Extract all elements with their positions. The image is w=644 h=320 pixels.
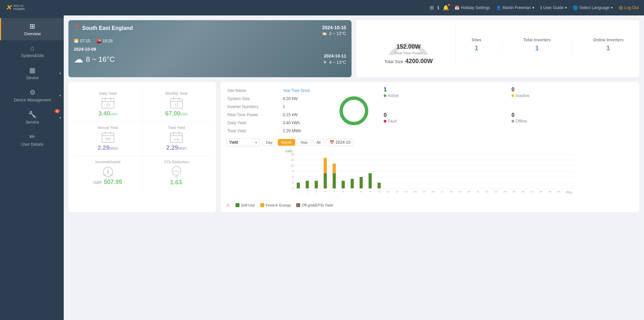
- weather-main-date: 2024-10-10: [322, 25, 346, 30]
- bar-chart-svg: kWh 18 15 12 9 6: [226, 149, 634, 199]
- sunset-time: 🌇 18:26: [96, 39, 113, 43]
- month-btn[interactable]: Month: [278, 139, 296, 146]
- inverter-numbers-label: Inverter Numbers: [226, 103, 281, 111]
- grid-icon[interactable]: ⊞: [430, 5, 434, 11]
- total-yield-detail-label: Total Yield: [226, 127, 281, 135]
- svg-rect-53: [342, 181, 345, 188]
- device-mgmt-chevron-icon: ▾: [59, 94, 61, 97]
- user-details-icon: ✏: [30, 133, 35, 141]
- select-language-button[interactable]: 🌐 Select Language ▾: [573, 5, 613, 10]
- year-btn[interactable]: Year: [297, 139, 311, 146]
- user-menu-button[interactable]: 👤 Martin Freeman ▾: [496, 5, 534, 10]
- svg-text:21: 21: [476, 190, 479, 193]
- svg-text:2: 2: [307, 190, 308, 193]
- svg-text:365: 365: [105, 137, 111, 141]
- sidebar-item-device-management[interactable]: ⚙ Device Management ▾: [0, 84, 64, 106]
- inactive-dot: [512, 94, 514, 97]
- svg-text:24: 24: [503, 190, 506, 193]
- svg-rect-61: [378, 183, 381, 188]
- co2-label: CO₂ Reduction: [148, 160, 205, 164]
- all-btn[interactable]: All: [313, 139, 324, 146]
- svg-text:22: 22: [485, 190, 488, 193]
- bottom-row: Daily Yield 30 3.40kWh: [68, 82, 639, 212]
- notification-dot: [448, 4, 450, 6]
- offline-status-item: Offline: [512, 119, 634, 124]
- gauge-center-text: 152.00W Real Time Power: [382, 43, 435, 55]
- svg-text:3: 3: [316, 190, 317, 193]
- sidebar-item-service[interactable]: 🔧 Service 8 ▾: [0, 106, 64, 129]
- service-badge: 8: [55, 109, 60, 113]
- yield-select-wrap: Yield: [226, 138, 260, 146]
- svg-rect-47: [324, 173, 327, 188]
- total-yield-detail-value: 2.29 MWh: [281, 127, 327, 135]
- gauge-value: 152.00W: [382, 43, 435, 50]
- svg-rect-57: [360, 177, 363, 188]
- svg-text:18: 18: [290, 152, 294, 156]
- total-yield-label: Total Yield: [148, 126, 205, 130]
- logo: ✕ SOLAX POWER: [5, 3, 25, 12]
- svg-rect-51: [333, 164, 336, 173]
- main-content: 📍 South East England 2024-10-10 ⛅ 2 ~ 12…: [64, 15, 644, 320]
- logo-text: SOLAX POWER: [13, 4, 25, 11]
- active-dot: [384, 94, 386, 97]
- chart-time-buttons: Day Month Year All: [262, 139, 324, 146]
- site-status-grid: 1 Active 0 Inactive 0: [381, 87, 634, 135]
- weather-main-date-area: 2024-10-10 ⛅ 2 ~ 12°C: [322, 25, 346, 36]
- annual-yield-item: Annual Yield 365 2.29MWh: [74, 122, 142, 156]
- real-time-power-label: Real Time Power: [226, 111, 281, 119]
- system-size-value: 4.20 kW: [281, 95, 327, 103]
- day-btn[interactable]: Day: [262, 139, 276, 146]
- sidebar-item-user-details[interactable]: ✏ User Details: [0, 129, 64, 151]
- info-icon[interactable]: ℹ: [437, 5, 439, 11]
- logout-button[interactable]: ⏻ Log Out: [619, 5, 639, 10]
- svg-text:30: 30: [557, 190, 560, 193]
- svg-rect-55: [351, 179, 354, 188]
- yield-select[interactable]: Yield: [226, 138, 260, 146]
- site-name-link[interactable]: Yew Tree Drive: [283, 88, 310, 93]
- power-top: 152.00W Real Time Power Total Size 4200.…: [362, 25, 634, 65]
- system-site-icon: ⌂: [30, 44, 34, 52]
- topnav: ✕ SOLAX POWER ⊞ ℹ 🔔 📅 Holiday Settings 👤…: [0, 0, 644, 15]
- total-yield-item: Total Yield total 2.29MWh: [142, 122, 211, 156]
- bell-icon[interactable]: 🔔: [443, 5, 449, 11]
- fault-dot: [384, 120, 386, 123]
- sidebar-item-system-site[interactable]: ⌂ System&Site: [0, 40, 64, 62]
- legend-offgrid: Off-grid(EPS) Yield: [296, 203, 333, 207]
- next-weather-info: ☀ 4 ~ 13°C: [323, 60, 346, 65]
- svg-text:3: 3: [292, 181, 294, 184]
- svg-text:16: 16: [432, 190, 435, 193]
- monthly-calendar-icon: 12: [170, 97, 183, 109]
- svg-text:(Day): (Day): [566, 191, 573, 194]
- daily-yield-detail-label: Daily Yield: [226, 119, 281, 127]
- total-inverters-stat: Total Inverters 1: [523, 38, 551, 52]
- calendar-icon: 📅: [454, 5, 460, 10]
- lang-chevron-icon: ▾: [611, 5, 613, 10]
- inactive-status-item: Inactive: [512, 93, 634, 98]
- svg-point-25: [341, 98, 367, 124]
- device-mgmt-icon: ⚙: [30, 88, 36, 96]
- active-label: Active: [388, 93, 399, 98]
- user-chevron-icon: ▾: [532, 5, 534, 10]
- sidebar-item-device[interactable]: ▦ Device ▾: [0, 62, 64, 84]
- svg-text:12: 12: [290, 164, 294, 167]
- weather-card: 📍 South East England 2024-10-10 ⛅ 2 ~ 12…: [68, 20, 352, 77]
- income-icon: $: [101, 165, 115, 177]
- sidebar-item-overview[interactable]: ⊞ Overview: [0, 18, 64, 40]
- chart-date-picker[interactable]: 📅 2024-10: [326, 139, 354, 146]
- prev-date: 2024-10-09: [74, 47, 115, 52]
- topnav-menu: 📅 Holiday Settings 👤 Martin Freeman ▾ ℹ …: [454, 5, 639, 10]
- daily-yield-value: 3.40kWh: [79, 110, 137, 117]
- user-guide-button[interactable]: ℹ User Guide ▾: [540, 5, 567, 10]
- sites-label: Sites: [472, 38, 481, 42]
- online-inverters-value: 1: [593, 44, 623, 52]
- co2-icon: CO₂: [170, 166, 183, 178]
- power-card: 152.00W Real Time Power Total Size 4200.…: [356, 20, 639, 77]
- co2-value: 1.63t: [148, 179, 205, 186]
- offgrid-dot: [296, 203, 300, 207]
- svg-text:19: 19: [459, 190, 462, 193]
- fault-label: Fault: [388, 119, 397, 124]
- sunrise-time: 🌅 07:15: [74, 39, 90, 43]
- holiday-settings-button[interactable]: 📅 Holiday Settings: [454, 5, 490, 10]
- weather-location: 📍 South East England: [74, 25, 133, 31]
- legend-feedin: Feed-in Energy: [260, 203, 291, 207]
